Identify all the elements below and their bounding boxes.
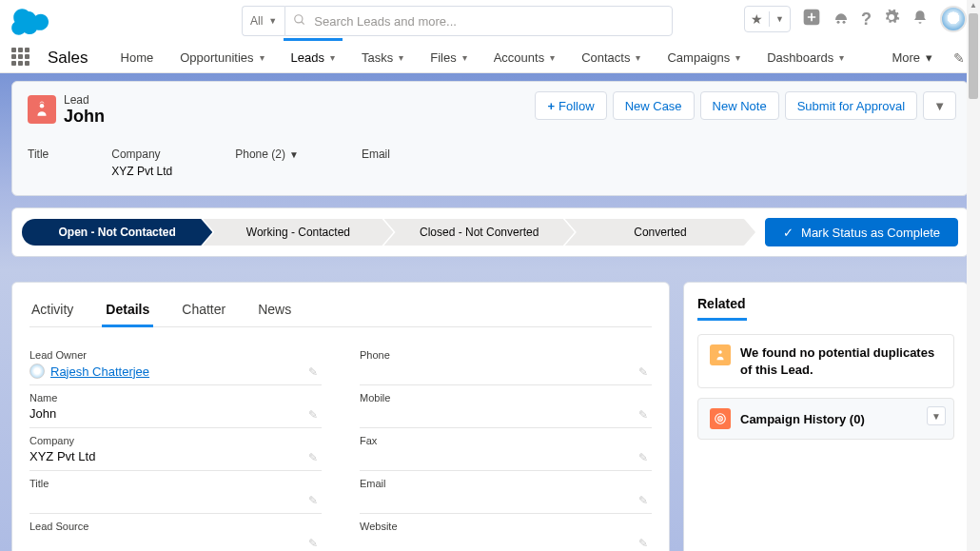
campaign-menu-button[interactable]: ▼ (927, 406, 946, 425)
setup-gear-icon[interactable] (883, 9, 900, 30)
tab-chatter[interactable]: Chatter (180, 296, 227, 326)
svg-point-3 (837, 21, 840, 24)
path-stage[interactable]: Open - Not Contacted (22, 219, 212, 246)
edit-pencil-icon[interactable]: ✎ (638, 537, 648, 550)
edit-pencil-icon[interactable]: ✎ (638, 451, 648, 464)
svg-line-1 (302, 21, 304, 24)
search-input[interactable] (314, 14, 664, 29)
lead-object-icon (28, 95, 56, 124)
edit-pencil-icon[interactable]: ✎ (308, 451, 318, 464)
detail-value (360, 492, 652, 507)
object-label: Lead (64, 93, 105, 107)
nav-item-dashboards[interactable]: Dashboards▾ (754, 45, 857, 70)
detail-row: NameJohn✎ (29, 385, 322, 428)
detail-label: Email (360, 478, 652, 489)
summary-phone-label[interactable]: Phone (2) (235, 148, 285, 161)
record-name: John (64, 107, 105, 127)
detail-row: Lead Source✎ (29, 514, 322, 551)
detail-value (29, 535, 322, 550)
global-search-box[interactable] (284, 6, 673, 36)
detail-value (360, 406, 652, 422)
edit-pencil-icon[interactable]: ✎ (308, 408, 318, 422)
svg-point-4 (843, 21, 846, 24)
summary-company-label: Company (111, 148, 172, 161)
nav-item-files[interactable]: Files▾ (417, 45, 480, 70)
duplicates-card[interactable]: We found no potential duplicates of this… (697, 334, 954, 388)
detail-value[interactable]: Rajesh Chatterjee (29, 364, 322, 379)
path-stage[interactable]: Working - Contacted (203, 219, 393, 246)
edit-pencil-icon[interactable]: ✎ (308, 365, 318, 379)
record-banner: Lead John +Follow New Case New Note Subm… (0, 73, 980, 270)
app-launcher-icon[interactable] (11, 48, 32, 69)
campaign-history-card[interactable]: Campaign History (0) ▼ (697, 398, 954, 440)
search-icon (293, 13, 306, 30)
follow-button[interactable]: +Follow (535, 91, 606, 120)
path-stage[interactable]: Converted (565, 219, 755, 246)
chevron-down-icon: ▾ (330, 52, 335, 63)
campaign-icon (710, 408, 731, 429)
chevron-down-icon: ▾ (462, 52, 467, 63)
new-note-button[interactable]: New Note (700, 91, 779, 120)
chevron-down-icon: ▾ (839, 52, 844, 63)
detail-value (360, 449, 652, 464)
edit-pencil-icon[interactable]: ✎ (308, 537, 318, 550)
edit-pencil-icon[interactable]: ✎ (308, 494, 318, 507)
edit-nav-pencil-icon[interactable]: ✎ (953, 50, 965, 66)
summary-company-value: XYZ Pvt Ltd (111, 165, 172, 178)
duplicate-icon (710, 344, 731, 365)
edit-pencil-icon[interactable]: ✎ (638, 494, 648, 507)
more-actions-button[interactable]: ▼ (923, 91, 956, 120)
svg-point-9 (719, 418, 721, 420)
browser-scrollbar[interactable]: ▲ (967, 0, 980, 551)
favorites-button[interactable]: ★▼ (744, 6, 791, 32)
svg-point-5 (40, 104, 45, 108)
tab-details[interactable]: Details (104, 296, 151, 326)
summary-email-label: Email (362, 148, 390, 161)
detail-row: CompanyXYZ Pvt Ltd✎ (29, 428, 322, 471)
user-avatar[interactable] (940, 6, 967, 32)
record-body: ActivityDetailsChatterNews Lead OwnerRaj… (0, 270, 980, 551)
nav-item-accounts[interactable]: Accounts▾ (480, 45, 568, 70)
detail-label: Title (29, 478, 322, 489)
detail-label: Lead Owner (29, 349, 322, 361)
detail-label: Lead Source (29, 521, 322, 532)
detail-value: XYZ Pvt Ltd (29, 449, 322, 464)
question-icon[interactable]: ? (861, 10, 872, 30)
nav-item-campaigns[interactable]: Campaigns▾ (654, 45, 754, 70)
mark-status-complete-button[interactable]: ✓ Mark Status as Complete (765, 218, 958, 246)
nav-more[interactable]: More▾ (892, 50, 932, 65)
add-icon[interactable] (802, 8, 821, 30)
path-stage[interactable]: Closed - Not Converted (384, 219, 575, 246)
tab-news[interactable]: News (256, 296, 293, 326)
chevron-down-icon: ▾ (260, 52, 265, 63)
salesforce-logo-icon (11, 8, 53, 36)
detail-label: Fax (360, 435, 652, 446)
svg-point-6 (718, 350, 722, 354)
new-case-button[interactable]: New Case (613, 91, 695, 120)
edit-pencil-icon[interactable]: ✎ (638, 365, 648, 379)
chevron-down-icon: ▾ (735, 52, 740, 63)
nav-item-tasks[interactable]: Tasks▾ (348, 45, 417, 70)
nav-item-home[interactable]: Home (108, 45, 167, 70)
global-header: All▼ ★▼ ? (0, 0, 980, 43)
detail-value: John (29, 406, 322, 422)
submit-approval-button[interactable]: Submit for Approval (785, 91, 917, 120)
nav-item-leads[interactable]: Leads▾ (278, 45, 348, 70)
salesforce-help-icon[interactable] (833, 9, 850, 30)
main-panel: ActivityDetailsChatterNews Lead OwnerRaj… (11, 282, 670, 551)
detail-value (360, 535, 652, 550)
detail-row: Email✎ (360, 471, 652, 514)
chevron-down-icon: ▾ (636, 52, 640, 63)
app-nav-bar: Sales HomeOpportunities▾Leads▾Tasks▾File… (0, 43, 980, 73)
nav-item-opportunities[interactable]: Opportunities▾ (167, 45, 277, 70)
nav-item-contacts[interactable]: Contacts▾ (568, 45, 654, 70)
detail-row: Phone✎ (360, 343, 652, 385)
notifications-bell-icon[interactable] (911, 9, 929, 30)
record-header: Lead John +Follow New Case New Note Subm… (11, 81, 969, 196)
detail-row: Fax✎ (360, 428, 652, 471)
search-scope-selector[interactable]: All▼ (242, 6, 284, 36)
edit-pencil-icon[interactable]: ✎ (638, 408, 648, 422)
detail-row: Mobile✎ (360, 385, 652, 428)
chevron-down-icon[interactable]: ▼ (289, 149, 299, 160)
tab-activity[interactable]: Activity (29, 296, 75, 326)
